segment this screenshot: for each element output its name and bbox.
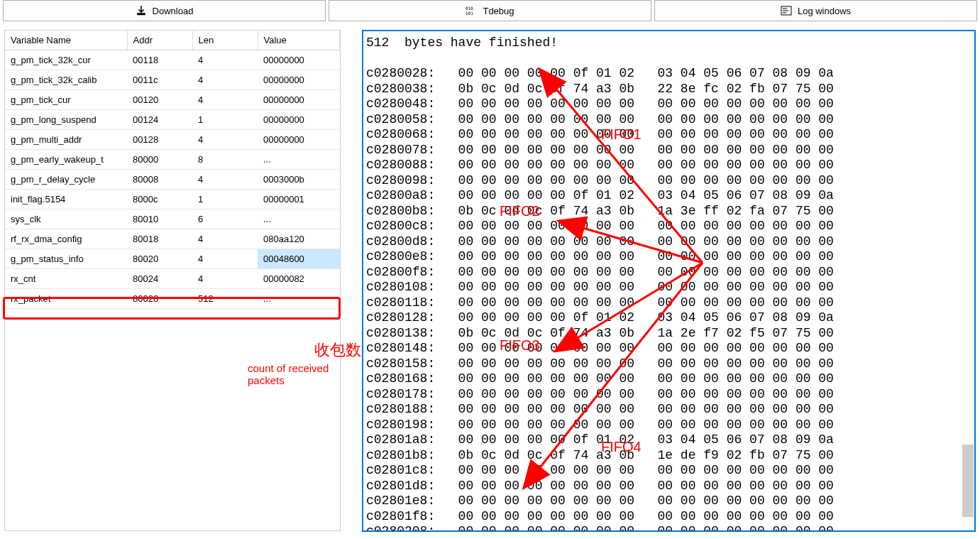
cell-len[interactable]: 4 bbox=[192, 269, 258, 289]
cell-name[interactable]: rx_packet bbox=[5, 289, 127, 309]
table-row[interactable]: g_pm_status_info80020400048600 bbox=[5, 249, 340, 269]
table-row[interactable]: g_pm_tick_32k_cur00118400000000 bbox=[5, 50, 340, 70]
memory-dump-text[interactable]: 512 bytes have finished! c0280028: 00 00… bbox=[363, 31, 974, 530]
cell-name[interactable]: rf_rx_dma_config bbox=[5, 229, 127, 249]
variable-table-panel: Variable Name Addr Len Value g_pm_tick_3… bbox=[4, 30, 341, 531]
col-header-value[interactable]: Value bbox=[258, 31, 340, 50]
log-window-icon bbox=[781, 5, 792, 16]
cell-addr[interactable]: 00124 bbox=[127, 110, 192, 130]
cell-addr[interactable]: 80028 bbox=[127, 289, 192, 309]
table-row[interactable]: g_pm_early_wakeup_t800008... bbox=[5, 150, 340, 170]
log-windows-label: Log windows bbox=[798, 6, 851, 16]
cell-addr[interactable]: 80000 bbox=[127, 150, 192, 170]
download-label: Download bbox=[153, 6, 194, 16]
memory-dump-panel: 512 bytes have finished! c0280028: 00 00… bbox=[362, 30, 976, 532]
cell-val[interactable]: ... bbox=[258, 150, 340, 170]
cell-addr[interactable]: 8000c bbox=[127, 190, 192, 209]
col-header-addr[interactable]: Addr bbox=[127, 31, 192, 50]
cell-val[interactable]: ... bbox=[258, 209, 340, 229]
cell-addr[interactable]: 00118 bbox=[127, 50, 192, 70]
download-icon bbox=[136, 5, 147, 16]
cell-val[interactable]: 00000000 bbox=[258, 50, 340, 70]
top-button-bar: Download 010101 Tdebug Log windows bbox=[3, 0, 977, 21]
cell-addr[interactable]: 80010 bbox=[127, 209, 192, 229]
cell-val[interactable]: 0003000b bbox=[258, 170, 340, 190]
cell-len[interactable]: 4 bbox=[192, 90, 258, 110]
svg-text:101: 101 bbox=[466, 11, 473, 16]
cell-name[interactable]: g_pm_tick_cur bbox=[5, 90, 127, 110]
cell-val[interactable]: 00048600 bbox=[258, 249, 340, 269]
cell-val[interactable]: 080aa120 bbox=[258, 229, 340, 249]
table-header-row: Variable Name Addr Len Value bbox=[5, 31, 340, 50]
cell-len[interactable]: 512 bbox=[192, 289, 258, 309]
cell-name[interactable]: g_pm_long_suspend bbox=[5, 110, 127, 130]
cell-val[interactable]: 00000000 bbox=[258, 110, 340, 130]
cell-name[interactable]: g_pm_early_wakeup_t bbox=[5, 150, 127, 170]
table-row[interactable]: g_pm_long_suspend00124100000000 bbox=[5, 110, 340, 130]
table-row[interactable]: g_pm_multi_addr00128400000000 bbox=[5, 130, 340, 150]
cell-name[interactable]: init_flag.5154 bbox=[5, 190, 127, 209]
cell-name[interactable]: rx_cnt bbox=[5, 269, 127, 289]
cell-val[interactable]: 00000000 bbox=[258, 130, 340, 150]
log-windows-button[interactable]: Log windows bbox=[654, 0, 977, 21]
table-row[interactable]: g_pm_r_delay_cycle8000840003000b bbox=[5, 170, 340, 190]
cell-addr[interactable]: 00120 bbox=[127, 90, 192, 110]
cell-val[interactable]: 00000000 bbox=[258, 90, 340, 110]
cell-len[interactable]: 4 bbox=[192, 170, 258, 190]
cell-len[interactable]: 4 bbox=[192, 229, 258, 249]
cell-len[interactable]: 4 bbox=[192, 50, 258, 70]
cell-addr[interactable]: 80024 bbox=[127, 269, 192, 289]
cell-len[interactable]: 4 bbox=[192, 130, 258, 150]
svg-rect-0 bbox=[138, 13, 145, 15]
table-row[interactable]: init_flag.51548000c100000001 bbox=[5, 190, 340, 209]
cell-val[interactable]: 00000001 bbox=[258, 190, 340, 209]
table-row[interactable]: g_pm_tick_32k_calib0011c400000000 bbox=[5, 70, 340, 90]
cell-addr[interactable]: 80008 bbox=[127, 170, 192, 190]
col-header-len[interactable]: Len bbox=[192, 31, 258, 50]
cell-len[interactable]: 8 bbox=[192, 150, 258, 170]
memory-dump-scroll[interactable]: 512 bytes have finished! c0280028: 00 00… bbox=[363, 31, 974, 530]
table-row[interactable]: rf_rx_dma_config800184080aa120 bbox=[5, 229, 340, 249]
col-header-name[interactable]: Variable Name bbox=[5, 31, 127, 50]
cell-addr[interactable]: 80020 bbox=[127, 249, 192, 269]
tdebug-button[interactable]: 010101 Tdebug bbox=[329, 0, 651, 21]
cell-val[interactable]: 00000082 bbox=[258, 269, 340, 289]
cell-addr[interactable]: 80018 bbox=[127, 229, 192, 249]
tdebug-label: Tdebug bbox=[483, 6, 514, 16]
cell-len[interactable]: 1 bbox=[192, 190, 258, 209]
table-row[interactable]: rx_cnt80024400000082 bbox=[5, 269, 340, 289]
cell-name[interactable]: g_pm_tick_32k_calib bbox=[5, 70, 127, 90]
cell-len[interactable]: 6 bbox=[192, 209, 258, 229]
cell-name[interactable]: g_pm_r_delay_cycle bbox=[5, 170, 127, 190]
debug-icon: 010101 bbox=[466, 5, 477, 16]
variable-table[interactable]: Variable Name Addr Len Value g_pm_tick_3… bbox=[5, 31, 340, 309]
table-row[interactable]: g_pm_tick_cur00120400000000 bbox=[5, 90, 340, 110]
cell-addr[interactable]: 00128 bbox=[127, 130, 192, 150]
cell-len[interactable]: 4 bbox=[192, 70, 258, 90]
cell-val[interactable]: 00000000 bbox=[258, 70, 340, 90]
cell-addr[interactable]: 0011c bbox=[127, 70, 192, 90]
table-row[interactable]: rx_packet80028512... bbox=[5, 289, 340, 309]
cell-name[interactable]: g_pm_status_info bbox=[5, 249, 127, 269]
download-button[interactable]: Download bbox=[3, 0, 326, 21]
table-row[interactable]: sys_clk800106... bbox=[5, 209, 340, 229]
cell-name[interactable]: sys_clk bbox=[5, 209, 127, 229]
cell-name[interactable]: g_pm_tick_32k_cur bbox=[5, 50, 127, 70]
cell-val[interactable]: ... bbox=[258, 289, 340, 309]
cell-len[interactable]: 4 bbox=[192, 249, 258, 269]
cell-name[interactable]: g_pm_multi_addr bbox=[5, 130, 127, 150]
svg-text:010: 010 bbox=[466, 6, 473, 11]
cell-len[interactable]: 1 bbox=[192, 110, 258, 130]
